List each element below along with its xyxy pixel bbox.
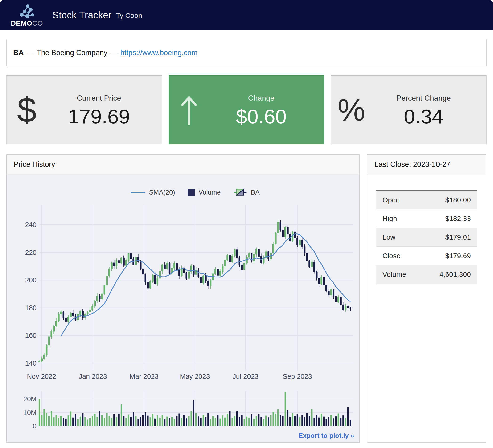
svg-text:220: 220 [25, 249, 36, 256]
grid-lines [39, 205, 353, 426]
change-label: Change [209, 94, 313, 102]
app-header: DEMOCO Stock Tracker Ty Coon [0, 0, 493, 30]
svg-text:May 2023: May 2023 [180, 373, 210, 380]
export-link[interactable]: Export to plot.ly » [299, 432, 354, 439]
percent-change-card: % Percent Change 0.34 [331, 75, 487, 144]
svg-text:20M: 20M [23, 395, 36, 403]
change-value: $0.60 [209, 106, 313, 127]
legend-volume-label: Volume [199, 189, 221, 196]
ohlc-label: High [376, 209, 422, 228]
legend-item-ba[interactable]: BA [233, 188, 259, 197]
ohlc-value: 4,601,300 [422, 265, 477, 284]
svg-text:Nov 2022: Nov 2022 [27, 373, 56, 380]
svg-text:Jul 2023: Jul 2023 [233, 373, 258, 380]
svg-text:140: 140 [25, 360, 36, 367]
svg-text:240: 240 [25, 221, 36, 229]
stats-row: $ Current Price 179.69 Change $0.60 % Pe [6, 75, 487, 144]
percent-icon: % [331, 94, 371, 126]
brand-wordmark: DEMOCO [11, 20, 43, 27]
change-card: Change $0.60 [169, 75, 325, 144]
arrow-up-icon [169, 94, 209, 126]
svg-text:Mar 2023: Mar 2023 [130, 373, 159, 380]
company-website-link[interactable]: https://www.boeing.com [120, 49, 198, 57]
molecule-logo-icon [16, 3, 38, 19]
ohlc-label: Low [376, 228, 422, 247]
app-title: Stock Tracker [53, 10, 112, 21]
ohlc-row-volume: Volume4,601,300 [376, 265, 477, 284]
legend-item-volume[interactable]: Volume [188, 189, 221, 196]
candlestick-chart: 140160180200220240010M20MNov 2022Jan 202… [7, 174, 359, 442]
svg-text:10M: 10M [23, 409, 36, 416]
ohlc-label: Open [376, 191, 422, 209]
company-name: The Boeing Company [37, 49, 107, 57]
chart-legend: SMA(20) Volume [131, 188, 259, 197]
separator: — [110, 49, 118, 57]
ohlc-row-low: Low$179.01 [376, 228, 477, 247]
price-history-chart: 140160180200220240010M20MNov 2022Jan 202… [7, 174, 359, 442]
brand-wordmark-bold: DEMO [11, 20, 32, 27]
last-close-title: Last Close: 2023-10-27 [367, 154, 486, 174]
ohlc-label: Close [376, 247, 422, 265]
brand-wordmark-light: CO [32, 20, 43, 27]
company-info-bar: BA — The Boeing Company — https://www.bo… [6, 39, 487, 66]
legend-ba-label: BA [251, 189, 259, 196]
separator: — [27, 49, 34, 57]
panels-row: Price History 140160180200220240010M20MN… [6, 154, 487, 443]
ohlc-row-high: High$182.33 [376, 209, 477, 228]
ohlc-value: $182.33 [422, 209, 477, 228]
ohlc-row-open: Open$180.00 [376, 191, 477, 209]
ohlc-value: $179.69 [422, 247, 477, 265]
brand-logo: DEMOCO [11, 3, 43, 27]
svg-text:200: 200 [25, 276, 36, 284]
svg-text:Sep 2023: Sep 2023 [283, 373, 312, 380]
main-content: BA — The Boeing Company — https://www.bo… [0, 39, 493, 443]
last-close-body: Open$180.00High$182.33Low$179.01Close$17… [367, 174, 486, 423]
last-close-panel: Last Close: 2023-10-27 Open$180.00High$1… [367, 154, 486, 443]
ticker-symbol: BA [13, 49, 24, 57]
ohlc-value: $179.01 [422, 228, 477, 247]
sma-line-icon [131, 192, 145, 193]
current-price-label: Current Price [47, 94, 151, 102]
app-subtitle: Ty Coon [116, 11, 142, 20]
legend-sma-label: SMA(20) [149, 189, 175, 196]
svg-text:180: 180 [25, 304, 36, 312]
svg-text:160: 160 [25, 332, 36, 339]
ohlc-table: Open$180.00High$182.33Low$179.01Close$17… [376, 190, 477, 284]
percent-change-label: Percent Change [372, 94, 476, 102]
candlestick-icon [233, 188, 247, 197]
svg-text:0: 0 [33, 422, 36, 430]
volume-swatch-icon [188, 189, 195, 196]
stock-tracker-app: DEMOCO Stock Tracker Ty Coon BA — The Bo… [0, 0, 493, 448]
ohlc-label: Volume [376, 265, 422, 284]
ohlc-value: $180.00 [422, 191, 477, 209]
price-history-panel: Price History 140160180200220240010M20MN… [6, 154, 360, 443]
current-price-card: $ Current Price 179.69 [6, 75, 162, 144]
svg-text:Jan 2023: Jan 2023 [79, 373, 107, 380]
legend-item-sma[interactable]: SMA(20) [131, 189, 175, 196]
price-history-title: Price History [7, 154, 359, 174]
percent-change-value: 0.34 [372, 106, 476, 127]
ohlc-row-close: Close$179.69 [376, 247, 477, 265]
dollar-icon: $ [7, 93, 47, 127]
current-price-value: 179.69 [47, 106, 151, 127]
